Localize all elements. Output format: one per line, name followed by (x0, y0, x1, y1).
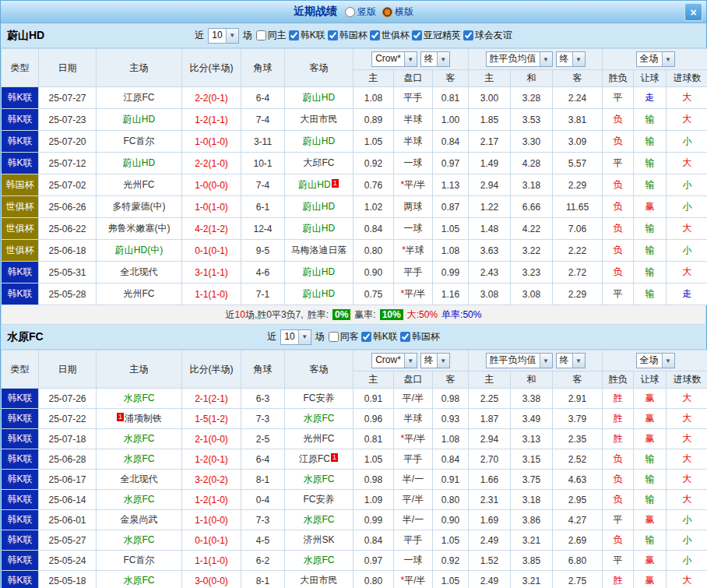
cell-home-team: 蔚山HD (97, 153, 182, 174)
match-count-dropdown[interactable]: 10 ▼ (280, 329, 311, 345)
filter-checkbox-同客[interactable]: 同客 (329, 330, 359, 343)
cell-handicap: 平手 (394, 262, 433, 283)
cell-goals: 大 (667, 470, 707, 490)
cell-goals: 走 (667, 283, 707, 305)
checkbox-同客[interactable] (329, 332, 339, 342)
cell-avg-draw: 3.13 (511, 429, 553, 449)
team-name-text: FC安养 (304, 393, 335, 403)
cell-goals: 大 (667, 490, 707, 510)
cell-league: 韩K联 (2, 283, 39, 305)
cell-avg-away: 4.63 (553, 470, 603, 490)
odds-group-header: Crow* ▼ 终 ▼ (354, 350, 469, 371)
avg-final-dropdown[interactable]: 终 ▼ (556, 51, 586, 67)
cell-result: 胜 (603, 389, 634, 409)
scope-dropdown[interactable]: 全场 ▼ (636, 51, 675, 67)
cell-home-team: 全北现代 (97, 262, 182, 283)
checkbox-世俱杯[interactable] (370, 30, 380, 40)
cell-result: 平 (603, 153, 634, 174)
team-name-text: 大田市民 (301, 114, 338, 125)
match-row: 韩K联25-05-18水原FC3-0(0-0)8-1大田市民0.80*平/半1.… (2, 571, 707, 588)
cell-handicap: 平手 (394, 530, 433, 551)
filter-checkbox-韩国杯[interactable]: 韩国杯 (328, 29, 368, 42)
team-name-text: 水原FC (124, 453, 155, 464)
checkbox-亚冠精英[interactable] (412, 30, 422, 40)
sub-handicap-result: 让球 (634, 70, 667, 87)
cell-league: 韩K联 (2, 530, 39, 551)
layout-option-vertical[interactable]: 竖版 (345, 5, 376, 19)
cell-date: 25-05-18 (39, 571, 97, 588)
section-header-away: 水原FC 近 10 ▼ 场 同客韩K联韩国杯 (1, 325, 706, 350)
odds-final-dropdown[interactable]: 终 ▼ (420, 353, 450, 368)
team-name-text: 蔚山HD (123, 157, 155, 168)
cell-away-team: 江原FC1 (285, 449, 354, 470)
cell-corners: 4-5 (241, 530, 285, 551)
close-icon[interactable]: × (684, 3, 702, 21)
cell-avg-draw: 4.28 (511, 153, 553, 174)
filter-checkbox-球会友谊[interactable]: 球会友谊 (463, 29, 512, 42)
checkbox-韩国杯[interactable] (400, 332, 410, 342)
cell-handicap-result: 走 (634, 87, 667, 109)
cell-avg-away: 2.24 (553, 87, 603, 109)
cell-corners: 6-2 (241, 551, 285, 571)
vertical-radio[interactable] (345, 7, 355, 17)
cell-avg-home: 2.49 (469, 530, 511, 551)
team-name-text: 水原FC (304, 555, 335, 565)
near-label: 近 (267, 330, 276, 343)
favourite-star: * (400, 288, 404, 299)
cell-avg-away: 11.65 (553, 196, 603, 218)
team-name-text: FC首尔 (124, 555, 155, 565)
cell-away-team: 蔚山HD1 (285, 174, 354, 196)
filter-checkbox-同主[interactable]: 同主 (256, 29, 287, 42)
odds-final-dropdown[interactable]: 终 ▼ (420, 51, 450, 67)
cell-home-team: 蔚山HD(中) (97, 240, 182, 262)
match-row: 世俱杯25-06-18蔚山HD(中)0-1(0-1)9-5马梅洛迪日落0.80*… (2, 240, 707, 262)
cell-avg-home: 1.66 (469, 470, 511, 490)
filter-checkbox-韩K联[interactable]: 韩K联 (289, 29, 325, 42)
bookmaker-dropdown[interactable]: Crow* ▼ (371, 51, 417, 67)
checkbox-同主[interactable] (256, 30, 266, 40)
cell-date: 25-07-18 (39, 429, 97, 449)
cell-goals: 小 (667, 551, 707, 571)
cell-league: 韩国杯 (2, 174, 39, 196)
cell-league: 韩K联 (2, 389, 39, 409)
checkbox-韩K联[interactable] (289, 30, 299, 40)
checkbox-球会友谊[interactable] (463, 30, 473, 40)
avg-odds-dropdown[interactable]: 胜平负均值 ▼ (486, 353, 553, 368)
cell-goals: 小 (667, 131, 707, 153)
cell-score: 1-2(1-0) (182, 490, 241, 510)
cell-odds-home: 0.80 (354, 571, 394, 588)
cell-result: 平 (603, 283, 634, 305)
cell-score: 1-0(0-0) (182, 174, 241, 196)
sub-goals: 进球数 (667, 371, 707, 389)
cell-handicap-result: 赢 (634, 571, 667, 588)
cell-result: 胜 (603, 409, 634, 429)
cell-away-team: 蔚山HD (285, 131, 354, 153)
avg-final-dropdown[interactable]: 终 ▼ (556, 353, 586, 368)
bookmaker-dropdown[interactable]: Crow* ▼ (371, 353, 417, 368)
filter-checkbox-韩国杯[interactable]: 韩国杯 (400, 330, 440, 343)
avg-odds-dropdown[interactable]: 胜平负均值 ▼ (486, 51, 553, 67)
cell-avg-home: 1.87 (469, 409, 511, 429)
chevron-down-icon: ▼ (540, 52, 552, 66)
team-name-text: 蔚山HD (303, 201, 335, 212)
match-count-dropdown[interactable]: 10 ▼ (208, 28, 238, 44)
checkbox-韩国杯[interactable] (328, 30, 338, 40)
filter-checkbox-韩K联[interactable]: 韩K联 (361, 330, 398, 343)
sub-result: 胜负 (603, 70, 634, 87)
cell-avg-home: 2.94 (469, 174, 511, 196)
cell-league: 韩K联 (2, 153, 39, 174)
layout-option-horizontal[interactable]: 横版 (382, 5, 413, 19)
col-header-type: 类型 (2, 49, 39, 87)
filter-checkbox-亚冠精英[interactable]: 亚冠精英 (412, 29, 461, 42)
cell-date: 25-06-22 (39, 218, 97, 240)
cell-handicap: 一球 (394, 218, 433, 240)
filter-checkbox-世俱杯[interactable]: 世俱杯 (370, 29, 410, 42)
checkbox-韩K联[interactable] (361, 332, 371, 342)
horizontal-radio[interactable] (382, 7, 392, 17)
checkbox-label: 亚冠精英 (424, 29, 461, 42)
cell-score: 2-1(2-1) (182, 389, 241, 409)
cell-league: 韩K联 (2, 470, 39, 490)
cell-goals: 小 (667, 196, 707, 218)
scope-dropdown[interactable]: 全场 ▼ (636, 353, 675, 368)
cell-handicap-result: 赢 (634, 429, 667, 449)
